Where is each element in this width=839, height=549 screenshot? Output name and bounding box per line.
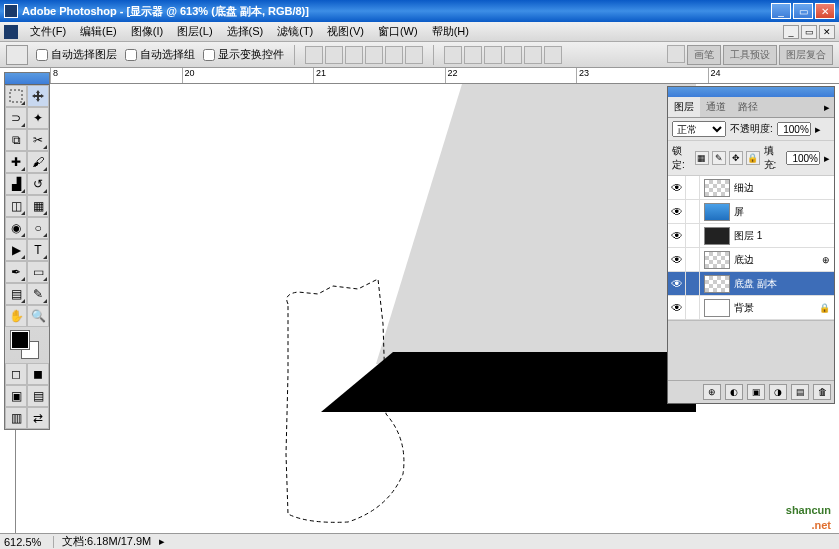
palette-layer-comps[interactable]: 图层复合 bbox=[779, 45, 833, 65]
doc-close[interactable]: ✕ bbox=[819, 25, 835, 39]
lock-all-icon[interactable]: 🔒 bbox=[746, 151, 760, 165]
zoom-tool[interactable]: 🔍 bbox=[27, 305, 49, 327]
path-select-tool[interactable]: ▶ bbox=[5, 239, 27, 261]
gradient-tool[interactable]: ▦ bbox=[27, 195, 49, 217]
tab-paths[interactable]: 路径 bbox=[732, 97, 764, 117]
new-set-icon[interactable]: ▣ bbox=[747, 384, 765, 400]
distribute-bottom-icon[interactable] bbox=[484, 46, 502, 64]
link-cell[interactable] bbox=[686, 296, 700, 320]
adjustment-layer-icon[interactable]: ◑ bbox=[769, 384, 787, 400]
link-cell[interactable] bbox=[686, 248, 700, 272]
zoom-level[interactable]: 612.5% bbox=[4, 536, 54, 548]
link-cell[interactable] bbox=[686, 224, 700, 248]
auto-select-group[interactable]: 自动选择组 bbox=[125, 47, 195, 62]
visibility-icon[interactable]: 👁 bbox=[668, 296, 686, 320]
align-right-icon[interactable] bbox=[405, 46, 423, 64]
visibility-icon[interactable]: 👁 bbox=[668, 200, 686, 224]
screen-mode-3[interactable]: ▥ bbox=[5, 407, 27, 429]
tab-channels[interactable]: 通道 bbox=[700, 97, 732, 117]
distribute-hcenter-icon[interactable] bbox=[524, 46, 542, 64]
imageready-jump[interactable]: ⇄ bbox=[27, 407, 49, 429]
blur-tool[interactable]: ◉ bbox=[5, 217, 27, 239]
opacity-arrow-icon[interactable]: ▸ bbox=[815, 123, 821, 136]
menu-window[interactable]: 窗口(W) bbox=[372, 22, 424, 41]
lasso-tool[interactable]: ⊃ bbox=[5, 107, 27, 129]
doc-size[interactable]: 文档:6.18M/17.9M bbox=[62, 534, 151, 549]
distribute-top-icon[interactable] bbox=[444, 46, 462, 64]
layer-mask-icon[interactable]: ◐ bbox=[725, 384, 743, 400]
panel-grip[interactable] bbox=[668, 87, 834, 97]
eyedropper-tool[interactable]: ✎ bbox=[27, 283, 49, 305]
palette-tool-presets[interactable]: 工具预设 bbox=[723, 45, 777, 65]
menu-help[interactable]: 帮助(H) bbox=[426, 22, 475, 41]
menu-layer[interactable]: 图层(L) bbox=[171, 22, 218, 41]
layer-thumbnail[interactable] bbox=[704, 299, 730, 317]
fill-input[interactable] bbox=[786, 151, 820, 165]
show-transform[interactable]: 显示变换控件 bbox=[203, 47, 284, 62]
pen-tool[interactable]: ✒ bbox=[5, 261, 27, 283]
panel-menu-icon[interactable]: ▸ bbox=[820, 97, 834, 117]
standard-mode[interactable]: ◻ bbox=[5, 363, 27, 385]
layer-row[interactable]: 👁屏 bbox=[668, 200, 834, 224]
visibility-icon[interactable]: 👁 bbox=[668, 224, 686, 248]
layer-style-icon[interactable]: ⊕ bbox=[703, 384, 721, 400]
ruler-horizontal[interactable]: 8 20 21 22 23 24 bbox=[50, 68, 839, 84]
foreground-color[interactable] bbox=[11, 331, 29, 349]
crop-tool[interactable]: ⧉ bbox=[5, 129, 27, 151]
distribute-vcenter-icon[interactable] bbox=[464, 46, 482, 64]
notes-tool[interactable]: ▤ bbox=[5, 283, 27, 305]
layer-row[interactable]: 👁细边 bbox=[668, 176, 834, 200]
slice-tool[interactable]: ✂ bbox=[27, 129, 49, 151]
healing-tool[interactable]: ✚ bbox=[5, 151, 27, 173]
layer-row[interactable]: 👁底盘 副本 bbox=[668, 272, 834, 296]
dodge-tool[interactable]: ○ bbox=[27, 217, 49, 239]
layer-thumbnail[interactable] bbox=[704, 227, 730, 245]
lock-transparency-icon[interactable]: ▦ bbox=[695, 151, 709, 165]
hand-tool[interactable]: ✋ bbox=[5, 305, 27, 327]
menu-file[interactable]: 文件(F) bbox=[24, 22, 72, 41]
layer-row[interactable]: 👁图层 1 bbox=[668, 224, 834, 248]
visibility-icon[interactable]: 👁 bbox=[668, 272, 686, 296]
align-vcenter-icon[interactable] bbox=[325, 46, 343, 64]
palette-brushes[interactable]: 画笔 bbox=[687, 45, 721, 65]
status-arrow-icon[interactable]: ▸ bbox=[159, 535, 165, 548]
close-button[interactable]: ✕ bbox=[815, 3, 835, 19]
doc-restore[interactable]: ▭ bbox=[801, 25, 817, 39]
blend-mode-select[interactable]: 正常 bbox=[672, 121, 726, 137]
menu-filter[interactable]: 滤镜(T) bbox=[271, 22, 319, 41]
lock-position-icon[interactable]: ✥ bbox=[729, 151, 743, 165]
magic-wand-tool[interactable]: ✦ bbox=[27, 107, 49, 129]
new-layer-icon[interactable]: ▤ bbox=[791, 384, 809, 400]
tool-preset-picker[interactable] bbox=[6, 45, 28, 65]
marquee-tool[interactable] bbox=[5, 85, 27, 107]
shape-tool[interactable]: ▭ bbox=[27, 261, 49, 283]
quickmask-mode[interactable]: ◼ bbox=[27, 363, 49, 385]
screen-mode-2[interactable]: ▤ bbox=[27, 385, 49, 407]
move-tool[interactable] bbox=[27, 85, 49, 107]
align-left-icon[interactable] bbox=[365, 46, 383, 64]
visibility-icon[interactable]: 👁 bbox=[668, 176, 686, 200]
doc-minimize[interactable]: _ bbox=[783, 25, 799, 39]
maximize-button[interactable]: ▭ bbox=[793, 3, 813, 19]
visibility-icon[interactable]: 👁 bbox=[668, 248, 686, 272]
tab-layers[interactable]: 图层 bbox=[668, 97, 700, 117]
layer-thumbnail[interactable] bbox=[704, 251, 730, 269]
align-bottom-icon[interactable] bbox=[345, 46, 363, 64]
link-cell[interactable] bbox=[686, 200, 700, 224]
stamp-tool[interactable]: ▟ bbox=[5, 173, 27, 195]
distribute-right-icon[interactable] bbox=[544, 46, 562, 64]
menu-view[interactable]: 视图(V) bbox=[321, 22, 370, 41]
brush-tool[interactable]: 🖌 bbox=[27, 151, 49, 173]
file-browser-icon[interactable] bbox=[667, 45, 685, 63]
align-top-icon[interactable] bbox=[305, 46, 323, 64]
layer-thumbnail[interactable] bbox=[704, 179, 730, 197]
link-cell[interactable] bbox=[686, 272, 700, 296]
delete-layer-icon[interactable]: 🗑 bbox=[813, 384, 831, 400]
link-cell[interactable] bbox=[686, 176, 700, 200]
layer-fx-icon[interactable]: ⊕ bbox=[822, 255, 834, 265]
align-hcenter-icon[interactable] bbox=[385, 46, 403, 64]
menu-select[interactable]: 选择(S) bbox=[221, 22, 270, 41]
toolbox-grip[interactable] bbox=[5, 73, 49, 85]
layer-thumbnail[interactable] bbox=[704, 275, 730, 293]
history-brush-tool[interactable]: ↺ bbox=[27, 173, 49, 195]
